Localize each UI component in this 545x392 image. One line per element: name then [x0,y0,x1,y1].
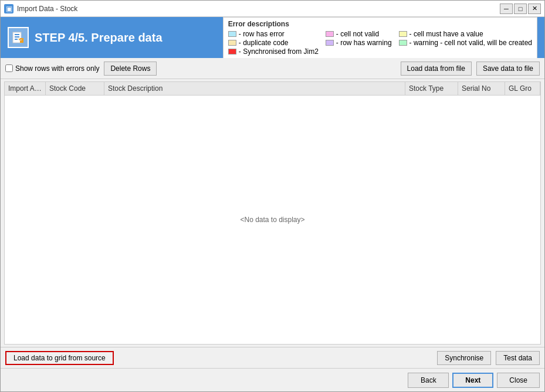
show-errors-checkbox-label[interactable]: Show rows with errors only [5,64,99,73]
test-data-button[interactable]: Test data [496,351,540,365]
row-warning-label: - row has warning [336,39,392,47]
svg-rect-2 [15,36,19,38]
row-error-color [228,31,236,37]
error-descriptions-title: Error descriptions [228,20,532,28]
maximize-button[interactable]: □ [514,4,527,14]
header-bar: STEP 4/5. Prepare data Error description… [1,17,544,58]
synchronised-color [228,49,236,54]
window-title: Import Data - Stock [17,5,77,13]
svg-rect-3 [15,39,18,40]
col-import-action: Import Actio [5,82,46,95]
error-legend-cell-must-have-value: - cell must have a value [399,30,532,38]
synchronised-label: - Synchronised from Jim2 [239,47,319,56]
next-button[interactable]: Next [452,373,493,388]
duplicate-code-label: - duplicate code [239,39,289,47]
row-warning-color [326,40,334,46]
show-errors-label: Show rows with errors only [15,64,99,73]
error-legend-cell-not-valid: - cell not valid [326,30,392,38]
synchronise-button[interactable]: Synchronise [437,351,491,365]
title-bar-left: ▣ Import Data - Stock [4,4,77,13]
error-legend-duplicate-code: - duplicate code [228,39,319,47]
no-data-message: <No data to display> [240,216,304,224]
duplicate-code-color [228,40,236,46]
footer: Back Next Close [1,368,544,391]
warning-cell-not-valid-color [399,40,407,46]
minimize-button[interactable]: ─ [500,4,513,14]
import-icon [12,31,25,44]
cell-must-have-value-label: - cell must have a value [409,30,483,38]
error-legend-row-error: - row has error [228,30,319,38]
header-icon [8,27,29,48]
step-title: STEP 4/5. Prepare data [35,31,217,45]
load-source-button[interactable]: Load data to grid from source [5,351,114,365]
status-bar: Load data to grid from source Synchronis… [1,347,544,368]
error-legend-synchronised: - Synchronised from Jim2 [228,47,319,56]
error-legend-grid: - row has error - cell not valid - cell … [228,30,532,56]
cell-not-valid-label: - cell not valid [336,30,379,38]
data-grid: Import Actio Stock Code Stock Descriptio… [4,81,541,345]
col-stock-code: Stock Code [46,82,104,95]
cell-not-valid-color [326,31,334,37]
col-stock-type: Stock Type [405,82,458,95]
load-from-file-button[interactable]: Load data from file [401,62,472,76]
title-bar-controls: ─ □ ✕ [500,4,541,14]
svg-rect-1 [15,34,19,35]
row-error-label: - row has error [239,30,285,38]
close-button[interactable]: Close [497,373,540,388]
back-button[interactable]: Back [408,373,449,388]
delete-rows-button[interactable]: Delete Rows [104,62,157,76]
col-serial-no: Serial No [458,82,505,95]
cell-must-have-value-color [399,31,407,37]
show-errors-checkbox[interactable] [5,64,13,72]
error-legend-row-warning: - row has warning [326,39,392,47]
main-window: ▣ Import Data - Stock ─ □ ✕ STEP 4/5. Pr… [0,0,545,392]
save-to-file-button[interactable]: Save data to file [476,62,540,76]
error-descriptions-panel: Error descriptions - row has error - cel… [223,17,537,59]
col-stock-description: Stock Description [104,82,405,95]
app-icon: ▣ [4,4,13,13]
toolbar: Show rows with errors only Delete Rows L… [1,58,544,79]
close-window-button[interactable]: ✕ [528,4,541,14]
error-legend-warning-cell-not-valid: - warning - cell not valid, will be crea… [399,39,532,47]
warning-cell-not-valid-label: - warning - cell not valid, will be crea… [409,39,532,47]
grid-body: <No data to display> [5,96,540,344]
grid-header: Import Actio Stock Code Stock Descriptio… [5,82,540,96]
col-gl-group: GL Gro [505,82,540,95]
title-bar: ▣ Import Data - Stock ─ □ ✕ [1,1,544,17]
